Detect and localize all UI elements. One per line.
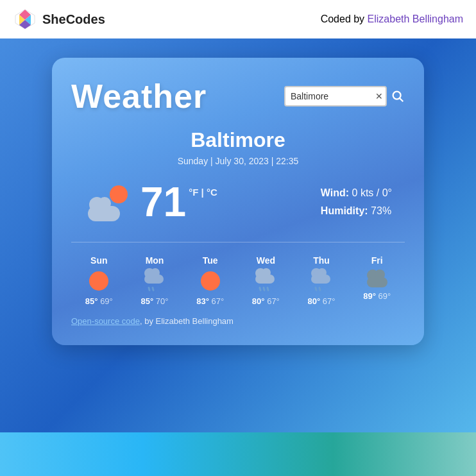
svg-point-1	[393, 92, 401, 99]
logo-area: SheCodes	[13, 7, 105, 31]
bottom-bar	[0, 432, 476, 476]
coded-by-label: Coded by	[321, 13, 365, 24]
wind-value: 0 kts / 0°	[352, 187, 392, 198]
search-input[interactable]	[284, 86, 387, 106]
current-weather: 71 °F | °C Wind: 0 kts / 0° Humidity: 73…	[71, 182, 405, 223]
forecast-temps: 80° 67°	[308, 296, 336, 306]
forecast-day: Sun85° 69°	[71, 255, 127, 306]
open-source-link[interactable]: Open-source code	[71, 316, 140, 326]
main-content: Weather ✕ Baltimore Sunday | July 30, 20…	[0, 38, 476, 432]
forecast-day: Fri 89° 69°	[349, 255, 405, 301]
forecast-day: Mon 85° 70°	[127, 255, 183, 306]
forecast-temps: 83° 67°	[196, 296, 224, 306]
forecast-day: Tue83° 67°	[182, 255, 238, 306]
shecodes-logo-icon	[13, 7, 37, 31]
coded-by: Coded by Elizabeth Bellingham	[321, 13, 463, 25]
temp-high: 80°	[252, 296, 265, 306]
temperature-display: 71 °F | °C	[140, 182, 217, 223]
weather-right: Wind: 0 kts / 0° Humidity: 73%	[321, 187, 392, 217]
city-name: Baltimore	[71, 128, 405, 152]
cloud-moon-icon	[84, 183, 130, 221]
forecast-divider	[71, 242, 405, 242]
forecast-icon	[89, 269, 108, 293]
forecast-icon	[253, 269, 278, 293]
unit-toggle-text[interactable]: °F | °C	[189, 187, 217, 198]
partly-rainy-icon	[142, 269, 167, 293]
forecast-temps: 85° 70°	[141, 296, 169, 306]
forecast-row: Sun85° 69°Mon 85° 70°Tue83° 67°Wed	[71, 255, 405, 306]
weather-left: 71 °F | °C	[84, 182, 217, 223]
site-header: SheCodes Coded by Elizabeth Bellingham	[0, 0, 476, 38]
wind-label: Wind:	[321, 187, 349, 198]
cloud-shape	[84, 197, 124, 221]
forecast-day: Thu 80° 67°	[294, 255, 350, 306]
wind-info: Wind: 0 kts / 0°	[321, 187, 392, 199]
rainy-icon	[253, 269, 278, 293]
forecast-icon	[201, 269, 220, 293]
day-label: Tue	[203, 255, 218, 266]
temperature-value: 71	[140, 182, 186, 223]
temp-low: 70°	[156, 296, 169, 306]
search-icon	[391, 89, 405, 103]
clear-search-button[interactable]: ✕	[375, 92, 383, 101]
weather-card: Weather ✕ Baltimore Sunday | July 30, 20…	[52, 58, 424, 345]
forecast-temps: 80° 67°	[252, 296, 280, 306]
logo-text: SheCodes	[42, 12, 105, 27]
day-label: Mon	[146, 255, 164, 266]
temp-low: 67°	[323, 296, 336, 306]
temp-high: 80°	[308, 296, 321, 306]
temp-high: 89°	[363, 291, 376, 301]
humidity-label: Humidity:	[321, 205, 368, 216]
temp-low: 69°	[100, 296, 113, 306]
weather-app-title: Weather	[71, 77, 207, 115]
humidity-value: 73%	[371, 205, 391, 216]
forecast-day: Wed 80° 67°	[238, 255, 294, 306]
card-header: Weather ✕	[71, 77, 405, 115]
sunny-icon	[201, 271, 220, 291]
temp-low: 69°	[378, 291, 391, 301]
forecast-icon	[364, 269, 390, 287]
svg-line-2	[400, 98, 403, 101]
card-footer: Open-source code, by Elizabeth Bellingha…	[71, 316, 405, 326]
temp-high: 85°	[141, 296, 154, 306]
forecast-icon	[309, 269, 334, 293]
cloudy-dark-icon	[364, 269, 390, 287]
coded-by-author-link[interactable]: Elizabeth Bellingham	[368, 13, 463, 24]
forecast-icon	[142, 269, 167, 293]
footer-suffix: , by Elizabeth Bellingham	[140, 316, 234, 326]
day-label: Sun	[90, 255, 107, 266]
date-time: Sunday | July 30, 2023 | 22:35	[71, 156, 405, 166]
search-input-wrap: ✕	[284, 86, 387, 106]
partly-rainy-icon	[309, 269, 334, 293]
temp-low: 67°	[211, 296, 224, 306]
temp-high: 83°	[196, 296, 209, 306]
temp-high: 85°	[85, 296, 98, 306]
forecast-temps: 85° 69°	[85, 296, 113, 306]
search-button[interactable]	[391, 89, 405, 103]
temp-low: 67°	[267, 296, 280, 306]
unit-toggle: °F | °C	[189, 187, 217, 198]
day-label: Fri	[371, 255, 383, 266]
humidity-info: Humidity: 73%	[321, 205, 392, 217]
search-area: ✕	[284, 86, 405, 106]
day-label: Thu	[313, 255, 330, 266]
sunny-icon	[89, 271, 108, 291]
forecast-temps: 89° 69°	[363, 291, 391, 301]
day-label: Wed	[257, 255, 275, 266]
